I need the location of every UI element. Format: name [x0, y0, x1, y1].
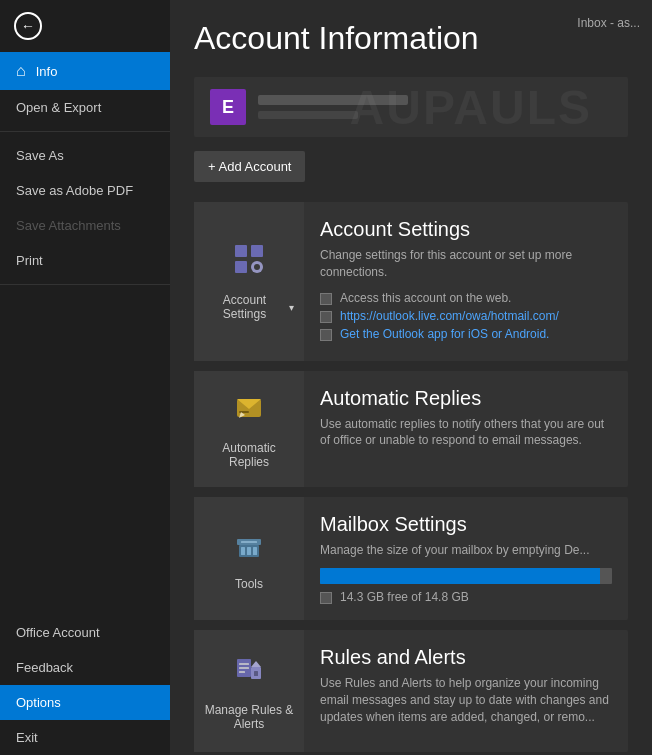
automatic-replies-details: Automatic Replies Use automatic replies … [304, 371, 628, 487]
mailbox-bar-fill [320, 568, 600, 584]
add-account-button[interactable]: + Add Account [194, 151, 305, 182]
mailbox-settings-icon-label: Tools [235, 577, 263, 591]
sidebar-divider-2 [0, 284, 170, 285]
sidebar-label-save-adobe: Save as Adobe PDF [16, 183, 133, 198]
rules-alerts-details: Rules and Alerts Use Rules and Alerts to… [304, 630, 628, 751]
svg-point-4 [254, 264, 260, 270]
storage-text: 14.3 GB free of 14.8 GB [340, 590, 469, 604]
sidebar-divider-1 [0, 131, 170, 132]
mailbox-settings-icon-block[interactable]: Tools [194, 497, 304, 621]
sidebar-item-save-adobe[interactable]: Save as Adobe PDF [0, 173, 170, 208]
rules-alerts-icon-block[interactable]: Manage Rules & Alerts [194, 630, 304, 751]
tools-icon [231, 525, 267, 569]
rules-alerts-title: Rules and Alerts [320, 646, 612, 669]
account-settings-icon-block[interactable]: Account Settings ▾ [194, 202, 304, 361]
mailbox-bar-container [320, 568, 612, 584]
svg-rect-17 [239, 667, 249, 669]
account-settings-section: Account Settings ▾ Account Settings Chan… [194, 202, 628, 361]
account-web-text: Access this account on the web. [340, 291, 511, 305]
sidebar-label-exit: Exit [16, 730, 38, 745]
sidebar-label-print: Print [16, 253, 43, 268]
avatar: E [210, 89, 246, 125]
account-settings-title: Account Settings [320, 218, 612, 241]
back-button[interactable]: ← [0, 0, 170, 52]
automatic-replies-icon-label: Automatic Replies [204, 441, 294, 469]
account-settings-icon [231, 241, 267, 285]
automatic-replies-icon [231, 389, 267, 433]
sidebar-item-print[interactable]: Print [0, 243, 170, 278]
account-web-checkbox [320, 293, 332, 305]
automatic-replies-title: Automatic Replies [320, 387, 612, 410]
automatic-replies-section: Automatic Replies Automatic Replies Use … [194, 371, 628, 487]
svg-rect-10 [241, 547, 245, 555]
sidebar-item-save-as[interactable]: Save As [0, 138, 170, 173]
add-account-label: + Add Account [208, 159, 291, 174]
account-settings-details: Account Settings Change settings for thi… [304, 202, 628, 361]
account-card: E [194, 77, 628, 137]
home-icon: ⌂ [16, 62, 26, 80]
svg-rect-21 [254, 671, 258, 676]
sidebar-label-save-attachments: Save Attachments [16, 218, 121, 233]
mailbox-settings-section: Tools Mailbox Settings Manage the size o… [194, 497, 628, 621]
outlook-url-row: https://outlook.live.com/owa/hotmail.com… [320, 309, 612, 323]
sidebar-label-options: Options [16, 695, 61, 710]
sidebar-item-open-export[interactable]: Open & Export [0, 90, 170, 125]
svg-rect-2 [235, 261, 247, 273]
mailbox-storage-row: 14.3 GB free of 14.8 GB [320, 590, 612, 604]
sidebar-label-open-export: Open & Export [16, 100, 101, 115]
svg-rect-1 [251, 245, 263, 257]
sidebar-item-office-account[interactable]: Office Account [0, 615, 170, 650]
sidebar-label-feedback: Feedback [16, 660, 73, 675]
svg-rect-11 [247, 547, 251, 555]
rules-alerts-icon [231, 651, 267, 695]
ios-android-checkbox [320, 329, 332, 341]
svg-marker-20 [251, 661, 261, 667]
outlook-url-checkbox [320, 311, 332, 323]
sidebar-item-feedback[interactable]: Feedback [0, 650, 170, 685]
dropdown-arrow-icon: ▾ [289, 302, 294, 313]
svg-rect-0 [235, 245, 247, 257]
svg-rect-7 [239, 411, 249, 413]
sidebar-label-office-account: Office Account [16, 625, 100, 640]
inbox-label: Inbox - as... [577, 16, 640, 30]
ios-android-link[interactable]: Get the Outlook app for iOS or Android. [340, 327, 549, 341]
sidebar-item-info[interactable]: ⌂ Info [0, 52, 170, 90]
rules-alerts-desc: Use Rules and Alerts to help organize yo… [320, 675, 612, 725]
storage-checkbox [320, 592, 332, 604]
sidebar-item-exit[interactable]: Exit [0, 720, 170, 755]
mailbox-settings-desc: Manage the size of your mailbox by empty… [320, 542, 612, 559]
svg-rect-16 [239, 663, 249, 665]
mailbox-settings-title: Mailbox Settings [320, 513, 612, 536]
sidebar-label-info: Info [36, 64, 58, 79]
svg-rect-18 [239, 671, 245, 673]
rules-alerts-icon-label: Manage Rules & Alerts [204, 703, 294, 731]
sidebar-item-options[interactable]: Options [0, 685, 170, 720]
account-email-redacted [258, 95, 408, 105]
main-content: Inbox - as... AUPAULS Account Informatio… [170, 0, 652, 755]
outlook-url[interactable]: https://outlook.live.com/owa/hotmail.com… [340, 309, 559, 323]
svg-rect-14 [241, 541, 257, 543]
account-web-link-row: Access this account on the web. [320, 291, 612, 305]
back-icon: ← [14, 12, 42, 40]
automatic-replies-desc: Use automatic replies to notify others t… [320, 416, 612, 450]
mailbox-settings-details: Mailbox Settings Manage the size of your… [304, 497, 628, 621]
page-title: Account Information [194, 20, 628, 57]
account-settings-icon-label: Account Settings ▾ [204, 293, 294, 321]
rules-alerts-section: Manage Rules & Alerts Rules and Alerts U… [194, 630, 628, 751]
sidebar-label-save-as: Save As [16, 148, 64, 163]
sidebar-item-save-attachments: Save Attachments [0, 208, 170, 243]
sidebar-bottom: Office Account Feedback Options Exit [0, 615, 170, 755]
svg-rect-12 [253, 547, 257, 555]
sidebar: ← ⌂ Info Open & Export Save As Save as A… [0, 0, 170, 755]
account-info [258, 95, 408, 119]
ios-android-link-anchor[interactable]: Get the Outlook app for iOS or Android. [340, 327, 549, 341]
account-name-redacted [258, 111, 358, 119]
ios-android-link-row: Get the Outlook app for iOS or Android. [320, 327, 612, 341]
outlook-url-link[interactable]: https://outlook.live.com/owa/hotmail.com… [340, 309, 559, 323]
automatic-replies-icon-block[interactable]: Automatic Replies [194, 371, 304, 487]
account-settings-desc: Change settings for this account or set … [320, 247, 612, 281]
